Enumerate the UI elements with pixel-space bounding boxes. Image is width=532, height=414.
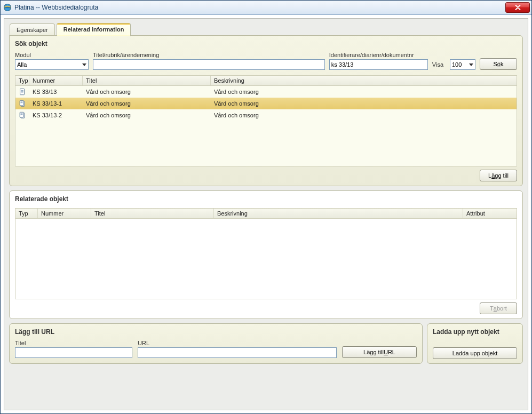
panel-title-search: Sök objekt [15,40,517,47]
table-row[interactable]: KS 33/13Vård och omsorgVård och omsorg [15,86,517,98]
remove-button: Ta bort [480,302,517,314]
search-results-grid: Typ Nummer Titel Beskrivning KS 33/13Vår… [15,75,517,166]
cell-title: Vård och omsorg [83,100,211,107]
field-title: Titel/rubrik/ärendemening [93,52,325,70]
col-desc[interactable]: Beskrivning [211,76,517,85]
panel-add-url: Lägg till URL Titel URL Lägg till URL [9,323,423,364]
col-title[interactable]: Titel [83,76,211,85]
chevron-down-icon [469,63,473,66]
panel-search-footer: Lägg till [15,170,517,181]
table-row[interactable]: KS 33/13-1Vård och omsorgVård och omsorg [15,98,517,109]
cell-number: KS 33/13-1 [29,100,83,107]
related-grid-body[interactable] [15,219,517,299]
field-show: 100 [450,52,475,70]
svg-rect-2 [20,89,25,94]
panel-related-footer: Ta bort [15,302,517,314]
field-identifier: Identifierare/diarienr/dokumentnr [329,52,428,70]
select-show[interactable]: 100 [450,59,475,70]
tab-related-info[interactable]: Relaterad information [57,23,131,36]
add-url-button[interactable]: Lägg till URL [342,346,417,358]
label-module: Modul [15,52,89,58]
cell-number: KS 33/13 [29,89,83,95]
panel-search: Sök objekt Modul Alla Titel/rubrik/ärend… [9,35,523,186]
panel-title-related: Relaterade objekt [15,195,517,203]
panel-title-url: Lägg till URL [15,328,417,336]
close-icon [515,5,521,10]
close-button[interactable] [505,2,530,13]
label-title: Titel/rubrik/ärendemening [93,52,325,58]
field-module: Modul Alla [15,52,89,70]
input-identifier[interactable] [329,59,428,70]
select-show-value: 100 [452,61,462,68]
upload-button[interactable]: Ladda upp objekt [433,347,517,359]
tab-properties[interactable]: Egenskaper [10,23,55,36]
panel-upload: Ladda upp nytt objekt Ladda upp objekt [427,323,523,364]
document-icon [15,88,29,95]
tab-row: Egenskaper Relaterad information [10,23,528,36]
svg-rect-1 [4,7,11,8]
search-button[interactable]: Sök [480,58,517,70]
col-number[interactable]: Nummer [38,209,91,218]
select-module-value: Alla [17,61,27,68]
ie-icon [3,3,12,12]
field-url-title: Titel [15,340,132,358]
input-title[interactable] [93,59,325,70]
client-area: Egenskaper Relaterad information Sök obj… [4,18,528,410]
col-type[interactable]: Typ [15,209,38,218]
input-url-title[interactable] [15,347,132,358]
col-title[interactable]: Titel [91,209,214,218]
field-url: URL [138,340,337,358]
search-results-body[interactable]: KS 33/13Vård och omsorgVård och omsorgKS… [15,86,517,166]
cell-number: KS 33/13-2 [29,112,83,118]
window-title: Platina -- Webbsidedialogruta [14,4,98,11]
col-attr[interactable]: Attribut [463,209,517,218]
label-show: Visa [432,54,443,68]
cell-desc: Vård och omsorg [211,112,517,118]
table-row[interactable]: KS 33/13-2Vård och omsorgVård och omsorg [15,109,517,121]
documents-icon [15,112,29,119]
search-form-row: Modul Alla Titel/rubrik/ärendemening Ide… [15,52,517,70]
bottom-row: Lägg till URL Titel URL Lägg till URL [9,323,523,364]
add-button[interactable]: Lägg till [480,170,517,181]
chevron-down-icon [82,63,86,66]
panel-title-upload: Ladda upp nytt objekt [433,328,517,336]
select-module[interactable]: Alla [15,59,89,70]
col-type[interactable]: Typ [15,76,29,85]
label-url: URL [138,340,337,346]
input-url[interactable] [138,347,337,358]
cell-desc: Vård och omsorg [211,89,517,95]
cell-desc: Vård och omsorg [211,100,517,107]
titlebar: Platina -- Webbsidedialogruta [1,1,531,15]
cell-title: Vård och omsorg [83,89,211,95]
col-number[interactable]: Nummer [29,76,83,85]
documents-icon [15,100,29,107]
label-identifier: Identifierare/diarienr/dokumentnr [329,52,428,58]
dialog-window: Platina -- Webbsidedialogruta Egenskaper… [0,0,532,414]
related-grid: Typ Nummer Titel Beskrivning Attribut [15,208,517,299]
label-url-title: Titel [15,340,132,346]
cell-title: Vård och omsorg [83,112,211,118]
url-fields: Titel URL Lägg till URL [15,340,417,358]
related-grid-header: Typ Nummer Titel Beskrivning Attribut [15,209,517,219]
search-results-header: Typ Nummer Titel Beskrivning [15,76,517,86]
col-desc[interactable]: Beskrivning [214,209,463,218]
panel-related: Relaterade objekt Typ Nummer Titel Beskr… [9,190,523,319]
